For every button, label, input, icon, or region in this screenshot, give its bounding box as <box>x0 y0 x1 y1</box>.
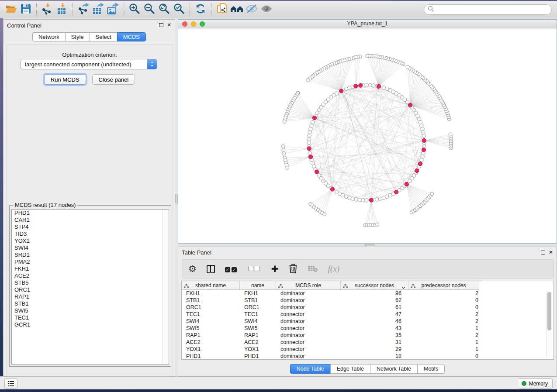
search-input[interactable] <box>434 7 551 13</box>
first-neighbors-button[interactable] <box>229 3 244 17</box>
tab-motifs[interactable]: Motifs <box>417 364 445 374</box>
graph-leaf-node[interactable] <box>430 192 434 196</box>
graph-mcds-node[interactable] <box>377 84 381 88</box>
mcds-result-list[interactable]: PHD1CAR1STP4TID3YOX1SWI4SRD1PMA2FKH1ACE2… <box>11 209 169 364</box>
mcds-result-item[interactable]: RAP1 <box>12 293 169 300</box>
select-all-rows-button[interactable]: ✓✓ <box>225 262 238 275</box>
function-builder-button-disabled[interactable]: f(x) <box>328 262 339 275</box>
graph-node[interactable] <box>308 131 311 134</box>
column-header-successor-nodes[interactable]: successor nodes <box>341 281 408 290</box>
close-table-panel-icon[interactable]: ✕ <box>549 250 553 254</box>
graph-node[interactable] <box>309 127 312 131</box>
graph-leaf-node[interactable] <box>306 79 310 82</box>
traffic-minimize-button[interactable] <box>191 21 196 27</box>
column-header-name[interactable]: name <box>240 281 276 290</box>
cell-successor-nodes[interactable]: 31 <box>341 339 408 346</box>
cell-successor-nodes[interactable]: 47 <box>341 311 408 318</box>
graph-mcds-node[interactable] <box>418 162 422 166</box>
graph-mcds-node[interactable] <box>312 116 316 120</box>
memory-button[interactable]: Memory <box>518 378 553 389</box>
graph-node[interactable] <box>358 198 361 202</box>
table-row[interactable]: RAP1RAP1dominator352 <box>182 332 554 339</box>
graph-mcds-node[interactable] <box>405 182 408 186</box>
graph-leaf-node[interactable] <box>282 152 286 155</box>
mcds-result-item[interactable]: PMA2 <box>12 258 169 265</box>
graph-node[interactable] <box>422 134 426 138</box>
mcds-result-item[interactable]: CAR1 <box>12 217 169 224</box>
cell-name[interactable]: STB1 <box>240 297 276 304</box>
table-row[interactable]: SWI5SWI5connector431 <box>182 325 554 332</box>
graph-leaf-node[interactable] <box>282 148 285 152</box>
cell-name[interactable]: PHD1 <box>240 353 276 360</box>
graph-leaf-node[interactable] <box>283 120 286 123</box>
graph-leaf-node[interactable] <box>354 55 357 59</box>
table-row[interactable]: ACE2ACE2connector311 <box>182 339 554 346</box>
mcds-result-item[interactable]: SWI5 <box>12 307 169 314</box>
graph-node[interactable] <box>368 83 372 87</box>
import-network-button[interactable] <box>40 3 55 17</box>
mcds-result-item[interactable]: ACE2 <box>12 272 169 279</box>
network-canvas[interactable] <box>178 28 557 243</box>
graph-node[interactable] <box>308 151 311 155</box>
graph-mcds-node[interactable] <box>339 89 343 93</box>
graph-leaf-node[interactable] <box>366 54 369 58</box>
graph-leaf-node[interactable] <box>286 166 289 169</box>
deselect-all-rows-button[interactable] <box>248 262 261 275</box>
cell-MCDS-role[interactable]: connector <box>276 346 341 353</box>
cell-name[interactable]: ACE2 <box>240 339 276 346</box>
cell-successor-nodes[interactable]: 62 <box>341 297 408 304</box>
tab-network[interactable]: Network <box>32 32 65 41</box>
show-columns-button[interactable] <box>207 262 215 275</box>
add-column-button[interactable]: ✚ <box>271 262 279 275</box>
graph-node[interactable] <box>310 124 313 127</box>
cell-MCDS-role[interactable]: dominator <box>276 304 341 311</box>
graph-mcds-node[interactable] <box>369 198 373 202</box>
run-mcds-button[interactable]: Run MCDS <box>44 74 86 85</box>
graph-leaf-node[interactable] <box>376 223 379 226</box>
zoom-selected-button[interactable] <box>172 3 187 17</box>
graph-node[interactable] <box>421 155 424 158</box>
column-header-predecessor-nodes[interactable]: predecessor nodes <box>408 281 479 290</box>
cell-shared-name[interactable]: FKH1 <box>182 290 240 297</box>
mcds-result-item[interactable]: FKH1 <box>12 265 169 272</box>
table-row[interactable]: TEC1TEC1connector472 <box>182 311 554 318</box>
traffic-zoom-button[interactable] <box>200 21 205 27</box>
tab-network-table[interactable]: Network Table <box>370 364 417 374</box>
graph-node[interactable] <box>422 131 425 134</box>
cell-name[interactable]: FKH1 <box>240 290 276 297</box>
float-panel-icon[interactable] <box>159 23 163 27</box>
graph-node[interactable] <box>378 197 382 200</box>
cell-predecessor-nodes[interactable]: 0 <box>408 297 479 304</box>
close-panel-button[interactable]: Close panel <box>92 74 135 85</box>
tab-edge-table[interactable]: Edge Table <box>330 364 370 374</box>
graph-node[interactable] <box>365 83 368 87</box>
graph-mcds-node[interactable] <box>308 155 312 159</box>
cell-shared-name[interactable]: SWI5 <box>182 325 240 332</box>
mcds-result-item[interactable]: STB5 <box>12 279 169 286</box>
cell-name[interactable]: ORC1 <box>240 304 276 311</box>
graph-leaf-node[interactable] <box>406 65 409 69</box>
cell-predecessor-nodes[interactable]: 2 <box>408 332 479 339</box>
refresh-button[interactable] <box>193 3 208 17</box>
cell-shared-name[interactable]: PHD1 <box>182 353 240 360</box>
graph-node[interactable] <box>354 198 358 201</box>
show-all-button[interactable] <box>259 3 274 17</box>
table-row[interactable]: SWI4SWI4dominator462 <box>182 318 554 325</box>
table-row[interactable]: ORC1ORC1dominator610 <box>182 304 554 311</box>
cell-name[interactable]: SWI5 <box>240 325 276 332</box>
cell-predecessor-nodes[interactable]: 2 <box>408 311 479 318</box>
mcds-result-item[interactable]: GCR1 <box>12 321 169 328</box>
export-network-button[interactable] <box>76 3 91 17</box>
horizontal-splitter-handle[interactable] <box>365 244 374 246</box>
cell-predecessor-nodes[interactable]: 2 <box>408 290 479 297</box>
mcds-result-item[interactable]: YOX1 <box>12 237 169 244</box>
cell-MCDS-role[interactable]: dominator <box>276 318 341 325</box>
cell-shared-name[interactable]: ORC1 <box>182 304 240 311</box>
import-table-button[interactable] <box>55 3 69 17</box>
tab-mcds[interactable]: MCDS <box>117 32 146 41</box>
cell-shared-name[interactable]: TEC1 <box>182 311 240 318</box>
network-window-titlebar[interactable]: YPA_prune.txt_1 <box>178 20 557 28</box>
save-button[interactable] <box>18 3 33 17</box>
graph-mcds-node[interactable] <box>359 83 363 87</box>
open-button[interactable] <box>3 3 18 17</box>
